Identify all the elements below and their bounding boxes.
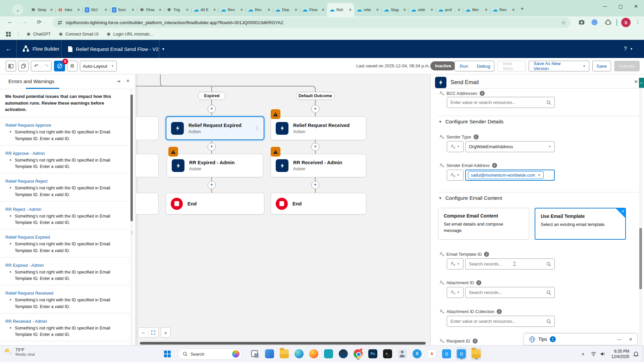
url-text[interactable]: isijoftoronto.lightning.force.com/builde… [66, 20, 558, 25]
extensions-icon[interactable] [605, 19, 611, 25]
apps-grid-icon[interactable] [6, 32, 11, 37]
attachment-collection-input[interactable] [447, 316, 555, 327]
browser-tab[interactable]: ❋Simp✕ [28, 3, 55, 16]
activate-button[interactable]: Activate [614, 61, 640, 71]
browser-tab[interactable]: ☁︎Ren✕ [490, 3, 517, 16]
tab-close-icon[interactable]: ✕ [349, 8, 352, 12]
browser-tab[interactable]: ❋Flow✕ [137, 3, 164, 16]
partial-node[interactable] [136, 193, 159, 215]
node-relief-request-expired[interactable]: Relief Request ExpiredAction ⋮ [166, 116, 264, 140]
forward-icon[interactable]: → [22, 19, 28, 25]
email-template-resource-picker[interactable]: Aa▼ [447, 258, 464, 269]
scrollbar-track[interactable] [639, 88, 642, 345]
address-bar[interactable]: isijoftoronto.lightning.force.com/builde… [53, 17, 571, 28]
skype-icon[interactable]: S [412, 347, 422, 360]
canvas-horizontal-scrollbar[interactable] [140, 342, 426, 345]
save-as-new-version-button[interactable]: Save As New Version [529, 61, 580, 71]
bookmark-login-url[interactable]: ❋Login URL mismatc... [106, 32, 153, 37]
terminal-icon[interactable]: >_ [382, 347, 393, 360]
new-tab-button[interactable]: + [521, 5, 524, 12]
scrollbar-thumb[interactable] [130, 95, 133, 221]
scrollbar-thumb[interactable] [639, 228, 642, 289]
start-button[interactable] [164, 351, 171, 357]
node-rr-expired-admin[interactable]: RR Expired - AdminAction [167, 154, 263, 177]
wifi-icon[interactable] [591, 352, 596, 356]
pin-panel-icon[interactable]: ⇥ [116, 78, 120, 84]
info-icon[interactable]: i [473, 339, 478, 344]
sender-email-input[interactable]: saiful@momentum-worldwide.com ✕ [465, 170, 555, 181]
acrobat-icon[interactable]: A [427, 347, 437, 360]
show-desktop-button[interactable] [643, 346, 644, 362]
explorer-window-icon[interactable] [471, 347, 481, 360]
node-relief-request-received[interactable]: Relief Request ReceivedAction [271, 116, 366, 140]
node-end[interactable]: End [166, 193, 264, 215]
undo-icon[interactable]: ↶ [31, 63, 41, 69]
branch-label-default-outcome[interactable]: Default Outcome [296, 92, 335, 100]
sender-type-resource-picker[interactable]: Aa▼ [447, 141, 464, 152]
tab-close-icon[interactable]: ✕ [485, 8, 488, 12]
node-menu-icon[interactable]: ⋮ [255, 125, 260, 131]
sender-email-chip[interactable]: saiful@momentum-worldwide.com ✕ [468, 171, 544, 179]
tab-close-icon[interactable]: ✕ [376, 8, 379, 12]
minimize-tips-icon[interactable]: — [617, 337, 622, 342]
window-minimize-button[interactable]: — [597, 0, 613, 13]
vscode-icon[interactable]: ⟨⟩ [441, 347, 452, 360]
tab-close-icon[interactable]: ✕ [159, 8, 162, 12]
tab-close-icon[interactable]: ✕ [131, 8, 135, 12]
layout-select[interactable]: Auto-Layout▼ [80, 61, 117, 71]
remove-chip-icon[interactable]: ✕ [538, 173, 540, 177]
notifications-bell-icon[interactable] [633, 351, 639, 357]
info-icon[interactable]: i [480, 91, 485, 96]
contacts-icon[interactable] [397, 347, 408, 360]
store-icon[interactable] [323, 347, 334, 360]
browser-menu-icon[interactable]: ⋮ [635, 19, 640, 25]
tab-close-icon[interactable]: ✕ [213, 8, 216, 12]
file-explorer-icon[interactable] [279, 347, 289, 360]
help-button[interactable]: ?▼ [624, 40, 633, 58]
browser-tab[interactable]: ☁︎Dep✕ [273, 3, 300, 16]
bookmark-chatgpt[interactable]: ❋ChatGPT [26, 32, 51, 37]
bookmark-connect-gmail[interactable]: ❋Connect Gmail UI [58, 32, 99, 37]
partial-node[interactable] [136, 116, 159, 140]
tab-close-icon[interactable]: ✕ [458, 8, 461, 12]
attachment-field[interactable] [469, 290, 544, 295]
attachment-resource-picker[interactable]: Aa▼ [447, 287, 464, 298]
edge-icon[interactable] [294, 347, 304, 360]
vscode-window-icon[interactable]: ⟨⟩ [456, 347, 467, 360]
profile-avatar[interactable]: S [621, 18, 631, 27]
browser-tab[interactable]: ☁︎Rec✕ [246, 3, 273, 16]
widgets-icon[interactable] [264, 347, 275, 360]
info-icon[interactable]: i [497, 309, 502, 314]
zoom-out-button[interactable]: − [138, 330, 148, 336]
attachment-search-input[interactable] [465, 287, 555, 298]
sender-email-resource-picker[interactable]: Aa▼ [447, 170, 464, 181]
view-tests-button[interactable]: View Tests [497, 61, 526, 71]
tab-close-icon[interactable]: ✕ [294, 8, 298, 12]
node-end[interactable]: End [271, 193, 366, 215]
sender-type-combobox[interactable]: ▼ [465, 141, 555, 152]
bcc-input-field[interactable] [450, 100, 544, 105]
browser-tab[interactable]: ☁︎Reli✕ [327, 3, 354, 16]
warning-item-link[interactable]: RR Reject - Admin [5, 207, 130, 212]
info-icon[interactable]: i [484, 252, 489, 257]
attachment-collection-field[interactable] [450, 319, 544, 324]
browser-tab[interactable]: ☁︎All E✕ [191, 3, 218, 16]
browser-tab[interactable]: ☁︎prof✕ [436, 3, 463, 16]
password-manager-icon[interactable] [591, 19, 598, 25]
add-element-button[interactable]: + [208, 143, 216, 151]
steam-icon[interactable] [338, 347, 348, 360]
section-configure-sender[interactable]: ▼ Configure Sender Details [438, 119, 503, 125]
tab-close-icon[interactable]: ✕ [322, 8, 325, 12]
sender-type-value[interactable] [469, 144, 546, 149]
run-button[interactable]: Run [454, 61, 473, 71]
tab-search-button[interactable]: ⌄ [12, 4, 23, 15]
browser-tab[interactable]: ☁︎Mer✕ [463, 3, 490, 16]
tab-close-icon[interactable]: ✕ [50, 8, 53, 12]
close-tips-icon[interactable]: ✕ [629, 337, 633, 342]
chrome-icon[interactable] [353, 347, 363, 360]
browser-tab[interactable]: ☁︎Flow✕ [300, 3, 327, 16]
flow-title-menu[interactable]: Relief Request Email Send Flow - V2 ▼ [68, 40, 165, 58]
warning-item-link[interactable]: RR Approve - Admin [5, 151, 130, 156]
save-button[interactable]: Save [592, 61, 611, 71]
warning-item-link[interactable]: Relief Request Expired [5, 235, 130, 240]
